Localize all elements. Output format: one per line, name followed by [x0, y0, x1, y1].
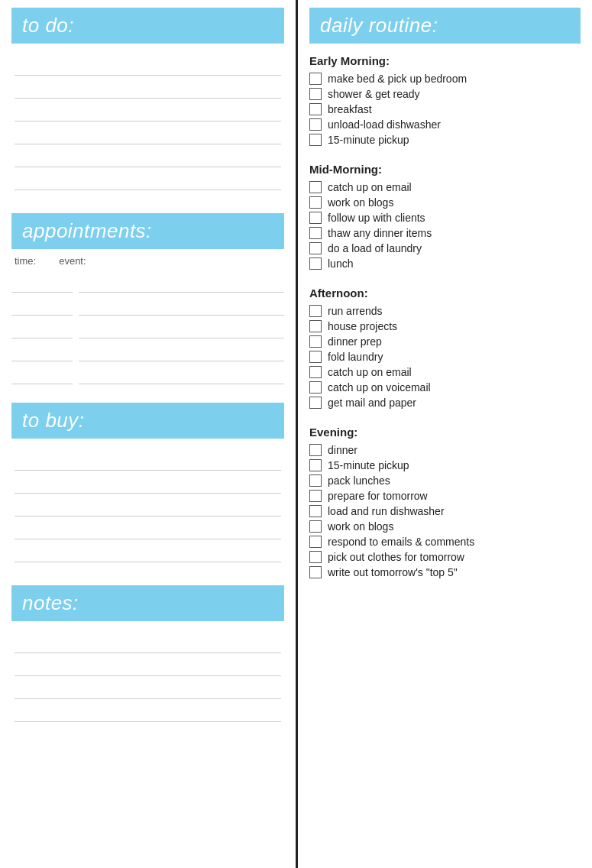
- checklist-label: house projects: [328, 320, 397, 332]
- checklist-item: run arrends: [309, 305, 581, 317]
- checklist: dinner15-minute pickuppack lunchesprepar…: [309, 444, 581, 578]
- appt-row: [11, 317, 284, 338]
- notes-line: [15, 655, 281, 676]
- checklist-label: unload-load dishwasher: [328, 118, 441, 131]
- routine-section: Afternoon:run arrendshouse projectsdinne…: [309, 287, 581, 409]
- checklist: make bed & pick up bedroomshower & get r…: [309, 73, 581, 146]
- event-label: event:: [59, 255, 86, 267]
- todo-line: [15, 123, 281, 144]
- checklist-item: do a load of laundry: [309, 242, 581, 254]
- checklist-item: catch up on email: [309, 181, 581, 193]
- tobuy-line: [15, 518, 281, 539]
- checklist-label: catch up on email: [328, 181, 412, 193]
- checkbox[interactable]: [309, 381, 322, 394]
- checklist-item: unload-load dishwasher: [309, 118, 581, 131]
- tobuy-section: to buy:: [11, 403, 284, 568]
- checklist-item: respond to emails & comments: [309, 536, 581, 548]
- checklist-label: catch up on email: [328, 366, 412, 378]
- appt-labels: time: event:: [11, 255, 284, 267]
- checklist-item: make bed & pick up bedroom: [309, 73, 581, 85]
- checklist-item: pack lunches: [309, 474, 581, 487]
- checklist-item: get mail and paper: [309, 397, 581, 409]
- checklist-item: catch up on voicemail: [309, 381, 581, 394]
- checklist-label: respond to emails & comments: [328, 536, 474, 548]
- todo-line: [15, 54, 281, 76]
- checklist-item: dinner: [309, 444, 581, 456]
- tobuy-line: [15, 472, 281, 494]
- checkbox[interactable]: [309, 474, 322, 487]
- checkbox[interactable]: [309, 181, 322, 193]
- checklist-label: lunch: [328, 257, 353, 270]
- appointments-section: appointments: time: event:: [11, 213, 284, 386]
- checklist-label: dinner prep: [328, 335, 382, 348]
- checkbox[interactable]: [309, 520, 322, 533]
- appt-event-cell: [79, 317, 284, 338]
- checklist-label: get mail and paper: [328, 397, 416, 409]
- checklist-item: 15-minute pickup: [309, 134, 581, 146]
- checkbox[interactable]: [309, 305, 322, 317]
- checklist-item: catch up on email: [309, 366, 581, 378]
- checklist-item: load and run dishwasher: [309, 505, 581, 517]
- appt-row: [11, 340, 284, 361]
- routine-section: Evening:dinner15-minute pickuppack lunch…: [309, 426, 581, 578]
- checklist-label: work on blogs: [328, 520, 393, 533]
- checkbox[interactable]: [309, 490, 322, 502]
- checklist-label: make bed & pick up bedroom: [328, 73, 467, 85]
- checkbox[interactable]: [309, 351, 322, 363]
- checkbox[interactable]: [309, 227, 322, 239]
- time-label: time:: [15, 255, 36, 267]
- checklist-label: catch up on voicemail: [328, 381, 431, 394]
- checkbox[interactable]: [309, 505, 322, 517]
- checklist-label: dinner: [328, 444, 357, 456]
- notes-lines: [11, 627, 284, 728]
- appt-rows: [11, 271, 284, 386]
- todo-line: [15, 77, 281, 99]
- appt-event-cell: [79, 294, 284, 316]
- appt-row: [11, 294, 284, 316]
- todo-section: to do:: [11, 8, 284, 196]
- notes-line: [15, 632, 281, 653]
- checkbox[interactable]: [309, 118, 322, 131]
- checkbox[interactable]: [309, 566, 322, 578]
- checkbox[interactable]: [309, 134, 322, 146]
- checkbox[interactable]: [309, 257, 322, 270]
- routine-section-title: Mid-Morning:: [309, 163, 581, 176]
- checkbox[interactable]: [309, 103, 322, 115]
- tobuy-lines: [11, 445, 284, 568]
- checkbox[interactable]: [309, 196, 322, 209]
- checklist-item: work on blogs: [309, 520, 581, 533]
- tobuy-header: to buy:: [11, 403, 284, 439]
- appt-time-cell: [11, 340, 73, 361]
- checkbox[interactable]: [309, 459, 322, 471]
- appt-time-cell: [11, 317, 73, 338]
- tobuy-line: [15, 449, 281, 471]
- routine-section-title: Early Morning:: [309, 54, 581, 67]
- todo-header: to do:: [11, 8, 284, 44]
- checkbox[interactable]: [309, 320, 322, 332]
- checklist-item: pick out clothes for tomorrow: [309, 551, 581, 563]
- checklist-label: fold laundry: [328, 351, 383, 363]
- routine-section: Mid-Morning:catch up on emailwork on blo…: [309, 163, 581, 270]
- checklist-label: follow up with clients: [328, 212, 425, 224]
- checklist-label: load and run dishwasher: [328, 505, 445, 517]
- checklist-item: thaw any dinner items: [309, 227, 581, 239]
- todo-lines: [11, 50, 284, 196]
- checklist-label: pack lunches: [328, 474, 390, 487]
- checkbox[interactable]: [309, 212, 322, 224]
- checklist-item: fold laundry: [309, 351, 581, 363]
- checkbox[interactable]: [309, 88, 322, 100]
- checklist-label: run arrends: [328, 305, 383, 317]
- checklist-label: thaw any dinner items: [328, 227, 432, 239]
- checklist-item: prepare for tomorrow: [309, 490, 581, 502]
- checklist-item: house projects: [309, 320, 581, 332]
- checkbox[interactable]: [309, 536, 322, 548]
- checkbox[interactable]: [309, 73, 322, 85]
- notes-section: notes:: [11, 585, 284, 728]
- checklist: run arrendshouse projectsdinner prepfold…: [309, 305, 581, 409]
- checkbox[interactable]: [309, 335, 322, 348]
- checkbox[interactable]: [309, 242, 322, 254]
- checkbox[interactable]: [309, 551, 322, 563]
- checkbox[interactable]: [309, 366, 322, 378]
- checkbox[interactable]: [309, 397, 322, 409]
- checkbox[interactable]: [309, 444, 322, 456]
